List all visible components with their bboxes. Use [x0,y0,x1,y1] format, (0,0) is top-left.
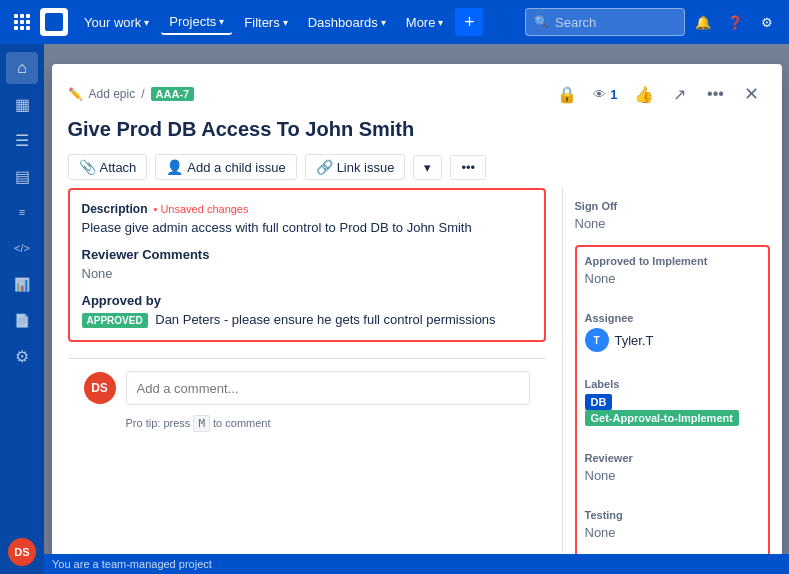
svg-rect-3 [14,20,18,24]
more-options-button[interactable]: ••• [702,80,730,108]
attach-button[interactable]: 📎 Attach [68,154,148,180]
description-title: Description • Unsaved changes [82,202,532,216]
link-icon: 🔗 [316,159,333,175]
pro-tip: Pro tip: press M to comment [68,417,546,438]
breadcrumb-id[interactable]: AAA-7 [151,87,195,101]
main-content: ✏️ Add epic / AAA-7 🔒 👁 1 👍 ↗ ••• [44,44,789,574]
sidebar-item-reports[interactable]: 📊 [6,268,38,300]
breadcrumb-separator: / [141,87,144,101]
search-icon: 🔍 [534,15,549,29]
notifications-icon[interactable]: 🔔 [689,8,717,36]
approved-by-value: APPROVED Dan Peters - please ensure he g… [82,312,532,328]
link-issue-button[interactable]: 🔗 Link issue [305,154,406,180]
sidebar-item-board[interactable]: ▦ [6,88,38,120]
add-child-button[interactable]: 👤 Add a child issue [155,154,296,180]
testing-value: None [585,525,760,540]
reviewer-comments-label: Reviewer Comments [82,247,532,262]
labels-row: DB Get-Approval-to-Implement [585,394,760,426]
approved-text: Dan Peters - please ensure he gets full … [155,312,495,327]
testing-section: Testing None [585,497,760,540]
labels-section: Labels DB Get-Approval-to-Implement [585,366,760,426]
assignee-section: Assignee T Tyler.T [585,300,760,352]
like-button[interactable]: 👍 [630,80,658,108]
breadcrumb: ✏️ Add epic / AAA-7 [68,87,195,101]
svg-rect-6 [14,26,18,30]
comment-area: DS [68,358,546,417]
svg-rect-4 [20,20,24,24]
assignee-avatar: T [585,328,609,352]
jira-logo[interactable] [40,8,68,36]
issue-title: Give Prod DB Access To John Smith [52,108,782,142]
close-button[interactable]: ✕ [738,80,766,108]
reviewer-value: None [585,468,760,483]
description-section: Description • Unsaved changes Please giv… [68,188,546,342]
sidebar-item-home[interactable]: ⌂ [6,52,38,84]
your-work-chevron: ▾ [144,17,149,28]
sidebar-item-settings[interactable]: ⚙ [6,340,38,372]
your-work-nav[interactable]: Your work ▾ [76,11,157,34]
testing-label: Testing [585,509,760,521]
approved-implement-value: None [585,271,760,286]
sign-off-section: Sign Off None [575,188,770,231]
watch-button[interactable]: 👁 1 [589,85,621,104]
share-button[interactable]: ↗ [666,80,694,108]
projects-nav[interactable]: Projects ▾ [161,10,232,35]
filters-nav[interactable]: Filters ▾ [236,11,295,34]
sidebar-item-timeline[interactable]: ▤ [6,160,38,192]
sidebar-item-list[interactable]: ☰ [6,124,38,156]
filters-chevron: ▾ [283,17,288,28]
unsaved-badge: • Unsaved changes [154,203,249,215]
more-nav[interactable]: More ▾ [398,11,452,34]
reviewer-comments-section: Reviewer Comments None [82,247,532,281]
svg-rect-8 [26,26,30,30]
label-approval[interactable]: Get-Approval-to-Implement [585,410,739,426]
dashboards-nav[interactable]: Dashboards ▾ [300,11,394,34]
reviewer-label: Reviewer [585,452,760,464]
labels-label: Labels [585,378,760,390]
label-db[interactable]: DB [585,394,613,410]
sidebar-item-code[interactable]: </> [6,232,38,264]
sidebar-item-backlog[interactable]: ≡ [6,196,38,228]
right-bordered-section: Approved to Implement None Assignee T Ty… [575,245,770,574]
issue-modal: ✏️ Add epic / AAA-7 🔒 👁 1 👍 ↗ ••• [52,64,782,574]
dashboards-chevron: ▾ [381,17,386,28]
modal-overlay: ✏️ Add epic / AAA-7 🔒 👁 1 👍 ↗ ••• [44,44,789,574]
approved-badge: APPROVED [82,313,148,328]
svg-rect-2 [26,14,30,18]
pencil-icon: ✏️ [68,87,83,101]
create-button[interactable]: + [455,8,483,36]
approved-implement-label: Approved to Implement [585,255,760,267]
ellipsis-toolbar-button[interactable]: ••• [450,155,486,180]
svg-rect-7 [20,26,24,30]
grid-icon[interactable] [8,8,36,36]
approved-by-section: Approved by APPROVED Dan Peters - please… [82,293,532,328]
child-icon: 👤 [166,159,183,175]
more-chevron: ▾ [438,17,443,28]
sign-off-value: None [575,216,770,231]
assignee-row[interactable]: T Tyler.T [585,328,760,352]
assignee-name: Tyler.T [615,333,654,348]
attach-icon: 📎 [79,159,96,175]
svg-rect-1 [20,14,24,18]
more-toolbar-button[interactable]: ▾ [413,155,442,180]
description-text[interactable]: Please give admin access with full contr… [82,220,532,235]
svg-rect-0 [14,14,18,18]
sidebar: ⌂ ▦ ☰ ▤ ≡ </> 📊 📄 ⚙ DS [0,44,44,574]
left-panel: Description • Unsaved changes Please giv… [52,188,562,574]
modal-actions: 🔒 👁 1 👍 ↗ ••• ✕ [553,80,765,108]
search-bar[interactable]: 🔍 Search [525,8,685,36]
assignee-label: Assignee [585,312,760,324]
approved-implement-section: Approved to Implement None [585,255,760,286]
help-icon[interactable]: ❓ [721,8,749,36]
reviewer-section: Reviewer None [585,440,760,483]
sidebar-avatar[interactable]: DS [8,538,36,566]
breadcrumb-add[interactable]: Add epic [89,87,136,101]
sign-off-label: Sign Off [575,200,770,212]
lock-button[interactable]: 🔒 [553,80,581,108]
projects-chevron: ▾ [219,16,224,27]
reviewer-comments-value: None [82,266,532,281]
eye-icon: 👁 [593,87,606,102]
settings-icon[interactable]: ⚙ [753,8,781,36]
comment-input[interactable] [126,371,530,405]
sidebar-item-pages[interactable]: 📄 [6,304,38,336]
